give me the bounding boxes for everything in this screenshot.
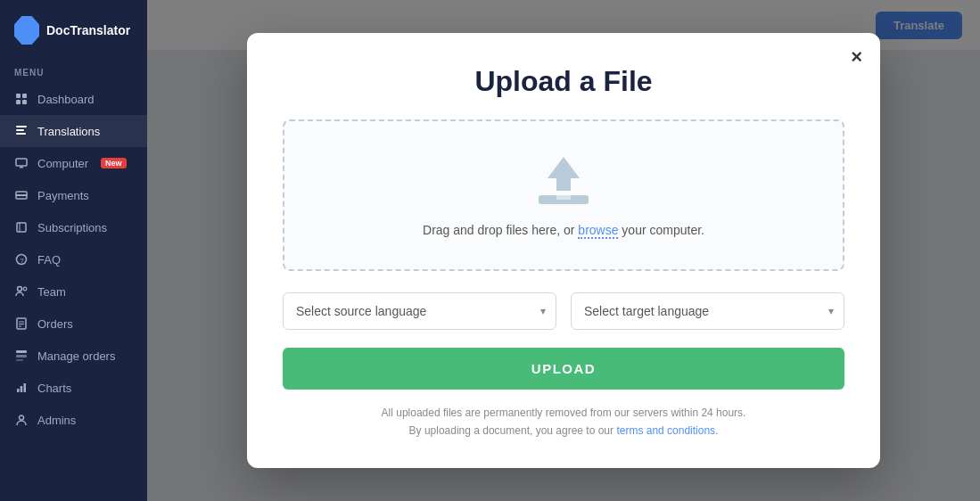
svg-rect-11 [17,223,26,232]
terms-conditions-link[interactable]: terms and conditions [616,424,715,437]
sidebar-item-faq[interactable]: ? FAQ [0,243,147,275]
sidebar-item-label: Translations [37,125,100,138]
svg-rect-22 [16,355,27,357]
svg-point-16 [23,287,27,291]
svg-rect-23 [16,359,23,361]
upload-modal: × Upload a File Drag and drop files here… [247,33,880,469]
main-area: Translate × Upload a File [147,0,980,501]
source-language-select[interactable]: Select source language [283,292,556,330]
svg-rect-25 [21,386,23,392]
modal-footer: All uploaded files are permanently remov… [283,404,844,440]
sidebar: DocTranslator MENU Dashboard Translation… [0,0,147,501]
svg-rect-5 [16,129,24,131]
sidebar-item-label: Team [37,285,66,299]
sidebar-item-computer[interactable]: Computer New [0,147,147,179]
upload-button[interactable]: UPLOAD [283,348,844,390]
svg-rect-6 [16,133,26,135]
sidebar-item-admins[interactable]: Admins [0,404,147,436]
svg-rect-7 [16,159,27,166]
sidebar-item-label: Dashboard [37,93,95,106]
sidebar-item-dashboard[interactable]: Dashboard [0,83,147,115]
svg-rect-3 [22,100,27,104]
sidebar-item-label: Subscriptions [37,221,107,234]
target-language-select[interactable]: Select target language [571,292,844,330]
svg-rect-2 [16,100,21,104]
modal-close-button[interactable]: × [851,47,862,67]
footer-line2: By uploading a document, you agree to ou… [283,422,844,439]
modal-overlay: × Upload a File Drag and drop files here… [147,0,980,501]
drop-zone-text: Drag and drop files here, or browse your… [423,223,704,237]
svg-rect-26 [24,383,27,392]
browse-link[interactable]: browse [578,223,618,239]
team-icon [14,284,29,299]
manage-orders-icon [14,349,29,363]
svg-rect-30 [556,195,571,200]
source-language-wrapper: Select source language ▾ [283,292,556,330]
sidebar-item-label: Orders [37,317,73,331]
sidebar-item-subscriptions[interactable]: Subscriptions [0,211,147,243]
sidebar-item-manage-orders[interactable]: Manage orders [0,340,147,372]
svg-rect-4 [16,126,27,127]
logo-text: DocTranslator [46,23,130,37]
admins-icon [14,413,29,427]
sidebar-item-translations[interactable]: Translations [0,115,147,147]
sidebar-item-payments[interactable]: Payments [0,179,147,211]
file-drop-zone[interactable]: Drag and drop files here, or browse your… [283,119,844,271]
subscriptions-icon [14,220,29,234]
language-selectors-row: Select source language ▾ Select target l… [283,292,844,330]
new-badge: New [101,158,127,168]
sidebar-item-label: Payments [37,189,89,202]
charts-icon [14,381,29,395]
sidebar-item-label: FAQ [37,253,61,267]
footer-line1: All uploaded files are permanently remov… [283,404,844,422]
svg-rect-21 [16,350,27,353]
sidebar-logo: DocTranslator [0,0,147,61]
sidebar-item-team[interactable]: Team [0,275,147,308]
svg-rect-0 [16,94,21,98]
svg-rect-8 [20,167,23,168]
upload-icon [531,153,596,210]
sidebar-item-label: Admins [37,414,76,427]
svg-rect-10 [16,194,27,196]
sidebar-item-label: Computer [37,157,88,170]
computer-icon [14,156,29,170]
sidebar-menu-label: MENU [0,61,147,83]
svg-rect-24 [17,389,20,392]
sidebar-item-label: Manage orders [37,349,115,363]
faq-icon: ? [14,252,29,267]
sidebar-item-label: Charts [37,382,71,395]
svg-marker-28 [548,157,580,191]
svg-point-27 [20,415,24,420]
svg-point-15 [18,287,22,292]
svg-rect-1 [22,94,27,98]
sidebar-item-orders[interactable]: Orders [0,308,147,340]
target-language-wrapper: Select target language ▾ [571,292,844,330]
logo-icon [14,16,39,45]
modal-title: Upload a File [283,65,844,98]
svg-text:?: ? [20,257,24,265]
sidebar-item-charts[interactable]: Charts [0,372,147,404]
payments-icon [14,188,29,202]
translations-icon [14,124,29,138]
dashboard-icon [14,92,29,106]
orders-icon [14,316,29,331]
